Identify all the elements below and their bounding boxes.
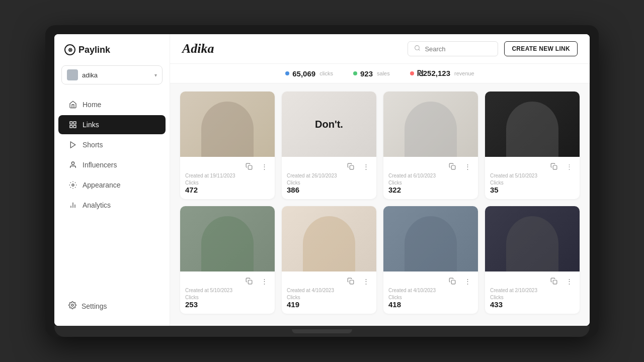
copy-button[interactable]	[344, 160, 357, 173]
link-card: Don't. ⋮ Created at 26/10/2023 Clicks 38…	[282, 92, 376, 199]
more-button[interactable]: ⋮	[359, 160, 372, 173]
sidebar-item-appearance[interactable]: Appearance	[58, 175, 166, 195]
app-logo: ⊗ Paylink	[54, 44, 170, 65]
account-selector[interactable]: adika ▾	[61, 65, 163, 84]
card-actions: ⋮	[282, 272, 376, 288]
more-button[interactable]: ⋮	[562, 160, 576, 173]
shorts-icon	[68, 140, 77, 149]
figure	[506, 102, 558, 157]
clicks-label: clicks	[319, 70, 333, 76]
card-created: Created at 5/10/2023	[490, 173, 575, 178]
svg-rect-2	[73, 125, 76, 128]
card-actions: ⋮	[282, 157, 376, 173]
card-clicks-label: Clicks	[490, 295, 575, 300]
card-clicks-value: 472	[185, 186, 270, 194]
text-overlay: Don't.	[282, 92, 376, 157]
revenue-label: revenue	[454, 70, 474, 76]
more-button[interactable]: ⋮	[258, 275, 271, 288]
card-clicks-value: 418	[388, 300, 473, 309]
copy-button[interactable]	[243, 275, 256, 288]
stat-sales: 923 sales	[353, 69, 390, 78]
more-button[interactable]: ⋮	[359, 275, 372, 288]
svg-rect-13	[248, 165, 252, 169]
more-button[interactable]: ⋮	[258, 160, 271, 173]
card-clicks-label: Clicks	[388, 180, 473, 186]
sidebar-item-analytics-label: Analytics	[83, 201, 111, 209]
svg-rect-3	[70, 125, 72, 128]
copy-button[interactable]	[344, 275, 357, 288]
laptop-frame: ⊗ Paylink adika ▾ Home Links	[45, 25, 599, 337]
sales-label: sales	[377, 70, 390, 76]
more-button[interactable]: ⋮	[562, 275, 576, 288]
card-created: Created at 4/10/2023	[287, 288, 371, 293]
card-actions: ⋮	[180, 157, 275, 173]
clicks-value: 65,069	[292, 69, 315, 78]
sidebar-item-settings[interactable]: Settings	[58, 296, 166, 316]
link-card: ⋮ Created at 19/11/2023 Clicks 472	[180, 92, 275, 199]
copy-button[interactable]	[446, 160, 459, 173]
card-clicks-label: Clicks	[185, 180, 270, 186]
card-info: Created at 5/10/2023 Clicks 35	[485, 173, 580, 199]
account-avatar	[67, 69, 78, 80]
sidebar-item-home[interactable]: Home	[58, 95, 166, 114]
svg-point-5	[71, 162, 74, 164]
card-info: Created at 2/10/2023 Clicks 433	[485, 288, 580, 314]
copy-button[interactable]	[547, 275, 560, 288]
card-figure	[383, 206, 478, 272]
card-info: Created at 4/10/2023 Clicks 419	[282, 288, 376, 314]
svg-line-12	[419, 49, 420, 50]
card-created: Created at 19/11/2023	[185, 173, 270, 178]
brand-logo: Adika	[182, 41, 214, 56]
link-card: ⋮ Created at 4/10/2023 Clicks 419	[282, 206, 376, 314]
search-icon	[414, 45, 421, 53]
card-image	[485, 206, 580, 272]
main-content: Adika CREATE NEW LINK 65,069 click	[170, 34, 590, 326]
svg-point-6	[72, 184, 74, 186]
logo-icon: ⊗	[64, 44, 75, 55]
search-input[interactable]	[425, 45, 492, 53]
stats-bar: 65,069 clicks 923 sales ₪252,123 revenue	[170, 64, 590, 83]
card-image: Don't.	[282, 92, 376, 157]
more-button[interactable]: ⋮	[461, 160, 474, 173]
appearance-icon	[68, 180, 77, 190]
card-actions: ⋮	[383, 272, 478, 288]
laptop-notch	[292, 329, 352, 333]
laptop-base	[54, 326, 590, 337]
sidebar-item-shorts[interactable]: Shorts	[58, 135, 166, 154]
links-grid: ⋮ Created at 19/11/2023 Clicks 472 Don't…	[170, 83, 590, 322]
card-figure	[485, 92, 580, 157]
card-clicks-value: 419	[287, 300, 371, 309]
card-created: Created at 5/10/2023	[185, 288, 270, 293]
sidebar-item-influencers-label: Influencers	[83, 161, 117, 169]
figure	[201, 102, 253, 157]
stat-revenue: ₪252,123 revenue	[410, 69, 474, 78]
sidebar-item-influencers[interactable]: Influencers	[58, 155, 166, 174]
card-clicks-label: Clicks	[287, 180, 371, 186]
more-button[interactable]: ⋮	[461, 275, 474, 288]
figure	[405, 216, 456, 272]
sidebar-item-analytics[interactable]: Analytics	[58, 196, 166, 215]
card-info: Created at 4/10/2023 Clicks 418	[383, 288, 478, 314]
svg-rect-17	[248, 280, 252, 284]
create-new-link-button[interactable]: CREATE NEW LINK	[504, 41, 578, 56]
card-figure	[180, 92, 275, 157]
settings-icon	[68, 301, 76, 311]
sidebar-item-links[interactable]: Links	[58, 115, 166, 134]
copy-button[interactable]	[547, 160, 560, 173]
card-clicks-value: 433	[490, 300, 575, 309]
svg-rect-16	[553, 165, 557, 169]
sales-dot	[353, 71, 357, 75]
figure	[405, 102, 456, 157]
copy-button[interactable]	[446, 275, 459, 288]
card-actions: ⋮	[485, 157, 580, 173]
screen: ⊗ Paylink adika ▾ Home Links	[54, 34, 590, 326]
card-clicks-label: Clicks	[388, 295, 473, 300]
search-box[interactable]	[408, 41, 498, 56]
card-figure	[485, 206, 580, 272]
card-created: Created at 26/10/2023	[287, 173, 371, 178]
card-info: Created at 6/10/2023 Clicks 322	[383, 173, 478, 199]
card-actions: ⋮	[180, 272, 275, 288]
copy-button[interactable]	[243, 160, 256, 173]
clicks-dot	[285, 71, 289, 75]
link-card: ⋮ Created at 5/10/2023 Clicks 35	[485, 92, 580, 199]
